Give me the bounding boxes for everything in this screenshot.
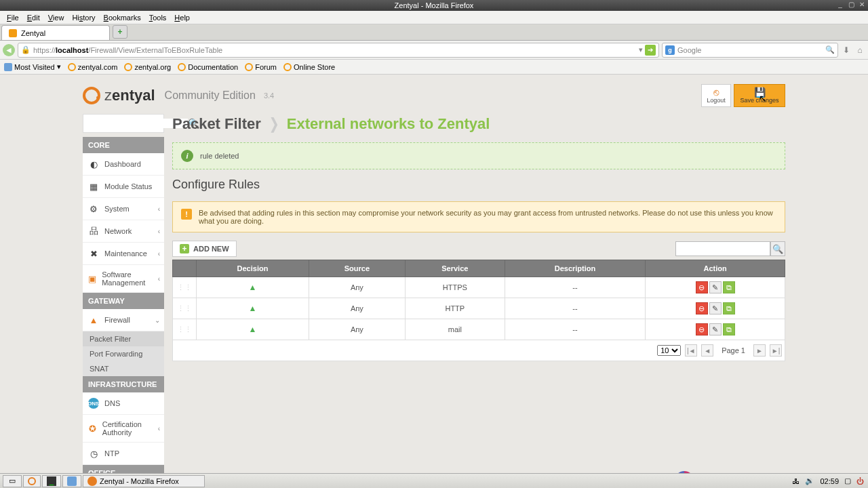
sidebar-item-system[interactable]: ⚙System‹: [83, 198, 164, 220]
menu-history[interactable]: History: [68, 14, 99, 22]
th-description: Description: [505, 260, 645, 277]
table-search-button[interactable]: 🔍: [770, 241, 785, 256]
sidebar-sub-snat[interactable]: SNAT: [83, 361, 164, 376]
url-go-button[interactable]: ➔: [645, 45, 656, 56]
taskbar-launcher-files[interactable]: [62, 475, 81, 481]
taskbar-launcher-zentyal[interactable]: [23, 475, 41, 481]
row-clone-button[interactable]: ⧉: [723, 323, 735, 336]
site-icon: [178, 63, 186, 71]
sidebar-item-network[interactable]: 品Network‹: [83, 220, 164, 243]
menu-help[interactable]: Help: [170, 14, 194, 22]
bookmark-link[interactable]: Online Store: [283, 63, 335, 71]
pager-prev-button[interactable]: ◄: [701, 344, 713, 357]
bookmark-most-visited[interactable]: Most Visited▾: [4, 62, 61, 71]
menu-tools[interactable]: Tools: [145, 14, 171, 22]
url-input[interactable]: 🔒 https://localhost/Firewall/View/Extern…: [18, 43, 659, 58]
menu-view[interactable]: View: [44, 14, 68, 22]
add-new-button[interactable]: + ADD NEW: [172, 241, 237, 257]
tray-clock[interactable]: 02:59: [818, 477, 840, 481]
search-go-icon[interactable]: 🔍: [825, 45, 835, 54]
taskbar-show-desktop[interactable]: ▭: [3, 475, 22, 481]
sidebar-sub-packet-filter[interactable]: Packet Filter: [83, 331, 164, 346]
row-clone-button[interactable]: ⧉: [723, 281, 735, 293]
url-history-dropdown-icon[interactable]: ▾: [637, 45, 645, 54]
save-changes-button[interactable]: 💾 Save changes ↖: [734, 84, 785, 107]
sidebar-item-maintenance[interactable]: ✖Maintenance‹: [83, 243, 164, 265]
sidebar-search[interactable]: 🔍: [83, 114, 164, 133]
url-scheme: https://: [33, 46, 56, 54]
window-maximize-icon[interactable]: ▢: [846, 0, 856, 9]
pager-perpage-select[interactable]: 10: [657, 345, 681, 356]
desktop-taskbar: ▭ _ Zentyal - Mozilla Firefox 🖧 🔉 02:59 …: [0, 473, 868, 480]
table-row: ⋮⋮▲AnyHTTPS--⊖✎⧉: [173, 277, 785, 298]
row-edit-button[interactable]: ✎: [709, 323, 722, 336]
window-close-icon[interactable]: ✕: [857, 0, 867, 9]
sidebar-item-ntp[interactable]: ◷NTP: [83, 443, 164, 465]
sidebar-item-software[interactable]: ▣Software Management‹: [83, 265, 164, 293]
site-icon: [283, 63, 292, 71]
row-delete-button[interactable]: ⊖: [696, 281, 708, 293]
drag-handle-icon[interactable]: ⋮⋮: [173, 298, 197, 319]
sidebar-item-dns[interactable]: DNSDNS: [83, 392, 164, 415]
main-content: Packet Filter ❭ External networks to Zen…: [172, 114, 785, 361]
certificate-icon: ✪: [88, 423, 97, 434]
th-source: Source: [309, 260, 405, 277]
bookmark-link[interactable]: Forum: [245, 63, 277, 71]
site-icon: [245, 63, 253, 71]
brand-logo[interactable]: zentyal Community Edition 3.4: [83, 87, 274, 104]
row-delete-button[interactable]: ⊖: [696, 323, 708, 336]
tray-network-icon[interactable]: 🖧: [791, 477, 801, 481]
chevron-down-icon: ▾: [57, 62, 61, 71]
tray-notifications-icon[interactable]: ▢: [843, 476, 852, 480]
row-edit-button[interactable]: ✎: [709, 281, 722, 293]
cell-service: mail: [405, 319, 505, 340]
new-tab-button[interactable]: +: [113, 25, 127, 39]
table-search-input[interactable]: [675, 241, 770, 256]
pager-last-button[interactable]: ►|: [770, 344, 782, 357]
chevron-left-icon: ‹: [158, 275, 160, 283]
sidebar-item-module-status[interactable]: ▦Module Status: [83, 176, 164, 198]
sidebar-sub-port-forwarding[interactable]: Port Forwarding: [83, 346, 164, 361]
chevron-left-icon: ‹: [158, 250, 160, 258]
sidebar-item-dashboard[interactable]: ◐Dashboard: [83, 153, 164, 176]
lock-icon: 🔒: [21, 45, 31, 54]
brand-name: zentyal: [104, 87, 155, 104]
taskbar-window-firefox[interactable]: Zentyal - Mozilla Firefox: [83, 475, 205, 481]
row-clone-button[interactable]: ⧉: [723, 302, 735, 314]
row-delete-button[interactable]: ⊖: [696, 302, 708, 314]
logout-button[interactable]: ⎋ Logout: [701, 84, 731, 107]
cell-description: --: [505, 298, 645, 319]
tray-power-icon[interactable]: ⏻: [855, 477, 865, 481]
pager-label: Page 1: [717, 346, 749, 354]
taskbar-launcher-terminal[interactable]: _: [42, 475, 61, 481]
home-icon[interactable]: ⌂: [854, 45, 865, 56]
drag-handle-icon[interactable]: ⋮⋮: [173, 277, 197, 298]
drag-handle-icon[interactable]: ⋮⋮: [173, 319, 197, 340]
network-icon: 品: [88, 226, 99, 237]
sidebar-item-ca[interactable]: ✪Certification Authority‹: [83, 415, 164, 443]
menu-edit[interactable]: Edit: [23, 14, 44, 22]
desktop-icon: ▭: [7, 476, 17, 481]
browser-menubar: FFileile Edit View History Bookmarks Too…: [0, 11, 868, 24]
pager-next-button[interactable]: ►: [753, 344, 766, 357]
nav-back-button[interactable]: ◄: [3, 44, 15, 56]
bookmark-link[interactable]: zentyal.com: [68, 63, 118, 71]
browser-search-input[interactable]: g Google 🔍: [662, 43, 838, 58]
bookmark-link[interactable]: zentyal.org: [124, 63, 171, 71]
bookmark-link[interactable]: Documentation: [178, 63, 238, 71]
chevron-left-icon: ‹: [158, 205, 160, 213]
tray-volume-icon[interactable]: 🔉: [804, 476, 816, 480]
browser-tab-active[interactable]: Zentyal: [1, 25, 110, 40]
window-minimize-icon[interactable]: _: [835, 0, 845, 9]
sidebar-section-gateway: GATEWAY: [83, 293, 164, 309]
breadcrumb-parent[interactable]: Packet Filter: [172, 115, 261, 133]
menu-bookmarks[interactable]: Bookmarks: [100, 14, 145, 22]
row-edit-button[interactable]: ✎: [709, 302, 722, 314]
search-engine-icon[interactable]: g: [665, 45, 675, 55]
pager-first-button[interactable]: |◄: [685, 344, 697, 357]
chevron-left-icon: ‹: [158, 425, 160, 432]
downloads-icon[interactable]: ⬇: [841, 45, 852, 56]
menu-file[interactable]: FFileile: [3, 14, 23, 22]
sidebar-item-firewall[interactable]: ▲Firewall⌄: [83, 309, 164, 331]
sidebar-section-core: CORE: [83, 137, 164, 153]
